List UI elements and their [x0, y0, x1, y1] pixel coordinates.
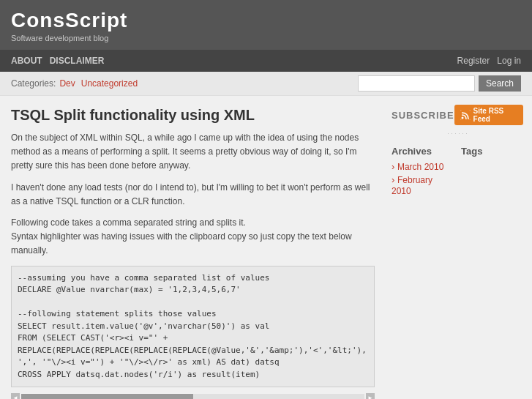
scrollbar-area: ◄ ►	[11, 393, 375, 399]
archives-tags: Archives March 2010 February 2010 Tags	[391, 146, 523, 198]
archives-section: Archives March 2010 February 2010	[391, 146, 454, 198]
rss-icon	[460, 110, 471, 120]
category-uncategorized[interactable]: Uncategorized	[81, 78, 138, 89]
post-1-p1: On the subject of XML within SQL, a whil…	[11, 131, 375, 174]
archive-list: March 2010 February 2010	[391, 161, 454, 196]
subscribe-dots: · · · · · ·	[391, 130, 523, 137]
category-dev[interactable]: Dev	[59, 78, 75, 89]
rss-svg	[460, 110, 471, 120]
scroll-track	[21, 394, 364, 399]
tags-section: Tags	[461, 146, 523, 198]
svg-point-1	[461, 117, 463, 119]
archive-link-1[interactable]: March 2010	[397, 162, 443, 172]
archive-link-2[interactable]: February 2010	[391, 175, 432, 196]
tags-title: Tags	[461, 146, 523, 157]
post-1-title: TSQL Split functionality using XML	[11, 107, 375, 124]
rss-label: Site RSS Feed	[473, 107, 517, 123]
subscribe-header: SUBSCRIBE Site RSS Feed	[391, 105, 523, 125]
subscribe-label: SUBSCRIBE	[391, 110, 454, 121]
post-1-code: --assuming you have a comma separated li…	[11, 266, 375, 388]
register-link[interactable]: Register	[457, 56, 490, 66]
nav-bar: ABOUT DISCLAIMER Register Log in	[0, 50, 532, 72]
post-1-p3: Following code takes a comma separated s…	[11, 216, 375, 258]
site-title: ConsScript	[11, 9, 521, 32]
post-1: TSQL Split functionality using XML On th…	[11, 107, 375, 399]
scroll-thumb	[21, 394, 193, 399]
header-right: Register Log in	[457, 56, 521, 66]
categories-bar: Categories: Dev Uncategorized Search	[0, 72, 532, 96]
archive-item-2: February 2010	[391, 174, 454, 196]
site-tagline: Software development blog	[11, 34, 521, 42]
search-area: Search	[358, 75, 521, 92]
scroll-left-btn[interactable]: ◄	[11, 393, 20, 399]
search-button[interactable]: Search	[479, 75, 521, 92]
archives-title: Archives	[391, 146, 454, 157]
scroll-right-btn[interactable]: ►	[366, 393, 375, 399]
search-input[interactable]	[358, 75, 475, 92]
nav-about[interactable]: ABOUT	[11, 50, 50, 72]
main-layout: TSQL Split functionality using XML On th…	[0, 96, 532, 399]
post-1-p2: I haven't done any load tests (nor do I …	[11, 181, 375, 209]
content-area: TSQL Split functionality using XML On th…	[0, 96, 386, 399]
login-link[interactable]: Log in	[497, 56, 521, 66]
archive-item-1: March 2010	[391, 161, 454, 172]
rss-button[interactable]: Site RSS Feed	[454, 105, 523, 125]
sidebar: SUBSCRIBE Site RSS Feed ·	[386, 96, 532, 399]
subscribe-box: SUBSCRIBE Site RSS Feed ·	[391, 105, 523, 137]
post-1-body: On the subject of XML within SQL, a whil…	[11, 131, 375, 387]
nav-disclaimer[interactable]: DISCLAIMER	[50, 50, 112, 72]
categories-label: Categories:	[11, 78, 56, 89]
site-header: ConsScript Software development blog	[0, 0, 532, 50]
